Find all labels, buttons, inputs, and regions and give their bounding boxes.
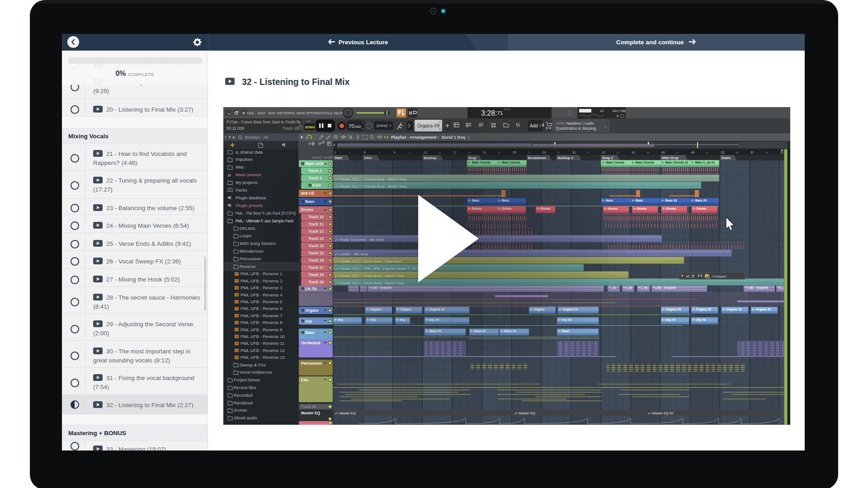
svg-text:Plugin database: Plugin database: [236, 195, 266, 200]
svg-text:37: 37: [602, 151, 605, 154]
svg-text:TOOLS: TOOLS: [321, 111, 332, 115]
svg-text:» LND - Acapella: » LND - Acapella: [653, 286, 676, 290]
svg-text:⤺ Master EQ #2: ⤺ Master EQ #2: [648, 411, 673, 415]
svg-text:PML UFB - Reverse 12: PML UFB - Reverse 12: [241, 348, 285, 353]
svg-text:VIEW: VIEW: [296, 111, 305, 115]
svg-text:PAT: PAT: [307, 120, 311, 123]
svg-text:Track 80: Track 80: [301, 404, 316, 409]
svg-text:Packs: Packs: [236, 188, 247, 192]
svg-text:Sliced audio: Sliced audio: [234, 415, 257, 420]
svg-text:FILE: FILE: [247, 111, 254, 115]
svg-text:Browser - All: Browser - All: [245, 135, 268, 140]
svg-text:⊢ Main Chords #2: ⊢ Main Chords #2: [662, 161, 689, 164]
svg-text:51: 51: [706, 151, 709, 154]
svg-text:⊢ Arp #3: ⊢ Arp #3: [693, 318, 706, 322]
svg-text:FXs: FXs: [301, 378, 308, 382]
svg-text:41: 41: [632, 151, 635, 154]
svg-text:10/09 Newtime | Audio: 10/09 Newtime | Audio: [556, 121, 594, 126]
svg-text:⊢ Main Chords: ⊢ Main Chords: [632, 161, 654, 164]
svg-text:Recorded: Recorded: [234, 393, 252, 398]
svg-text:Outro: Outro: [721, 156, 731, 160]
svg-text:·: ·: [739, 274, 740, 278]
svg-text:Project bones: Project bones: [234, 377, 260, 382]
svg-text:57: 57: [750, 151, 754, 154]
svg-text:Scores: Scores: [234, 408, 247, 413]
svg-text:59: 59: [765, 151, 768, 154]
svg-text:» LND - Acapella: » LND - Acapella: [745, 286, 768, 290]
svg-text:Reverse: Reverse: [240, 264, 255, 269]
svg-text:⊢ Organs #9: ⊢ Organs #9: [723, 308, 741, 311]
svg-text:PML UFB - Reverse 10: PML UFB - Reverse 10: [241, 334, 285, 339]
svg-text:My projects: My projects: [236, 180, 258, 185]
svg-text:PML UFB - Reverse 7: PML UFB - Reverse 7: [241, 313, 283, 318]
svg-text:42: 42: [600, 109, 604, 113]
svg-text:Orchestral: Orchestral: [301, 341, 321, 345]
svg-text:⊢ Bass #3: ⊢ Bass #3: [662, 199, 677, 202]
svg-text:OPTIONS: OPTIONS: [306, 111, 321, 115]
svg-text:PML UFB - Reverse 11: PML UFB - Reverse 11: [241, 341, 284, 346]
svg-text:Loops: Loops: [240, 233, 251, 238]
svg-text:⊢ Organs #5: ⊢ Organs #5: [693, 308, 711, 311]
svg-text:⤺ Master EQ: ⤺ Master EQ: [335, 411, 356, 415]
svg-text:⊢ Bass #3: ⊢ Bass #3: [692, 199, 707, 202]
svg-text:PML UFB - Reverse 5: PML UFB - Reverse 5: [241, 299, 283, 304]
svg-text:Impulses: Impulses: [236, 157, 253, 162]
svg-text:Sweep & FXs: Sweep & FXs: [240, 362, 266, 367]
svg-text:55: 55: [736, 151, 738, 154]
svg-text:PATTERNS: PATTERNS: [277, 111, 295, 115]
svg-text:ADD: ADD: [268, 111, 275, 115]
svg-text:39: 39: [617, 151, 619, 154]
svg-text:⊢ Arp #3: ⊢ Arp #3: [662, 318, 675, 322]
svg-text:DRUMS: DRUMS: [240, 226, 255, 231]
svg-text:After Drop: After Drop: [662, 156, 679, 160]
svg-text:Misc: Misc: [236, 164, 245, 169]
svg-text:47: 47: [676, 151, 679, 154]
svg-text:PML UFB - Reverse 6: PML UFB - Reverse 6: [241, 306, 283, 311]
svg-text:⤺ Master EQ: ⤺ Master EQ: [514, 411, 535, 415]
svg-text:Compact: Compact: [712, 274, 727, 278]
svg-text:HELP: HELP: [334, 111, 343, 115]
svg-text:3417 MB: 3417 MB: [612, 109, 626, 113]
svg-text:⊢ Organs #5: ⊢ Organs #5: [662, 308, 681, 311]
svg-text:⊢ Organs #9: ⊢ Organs #9: [752, 308, 771, 311]
svg-text:Recent files: Recent files: [234, 385, 256, 390]
svg-text:IL shared data: IL shared data: [236, 150, 263, 155]
svg-text:Vocal Ambiences: Vocal Ambiences: [240, 370, 273, 375]
svg-text:PML UFB - Reverse 13: PML UFB - Reverse 13: [241, 355, 285, 360]
svg-text:PML UFB - Reverse 9: PML UFB - Reverse 9: [241, 327, 283, 332]
svg-text:FLTips - Future Bass from Star: FLTips - Future Bass from Start to Finis…: [226, 120, 301, 124]
svg-text:43: 43: [646, 151, 649, 154]
svg-text:EDIT: EDIT: [258, 111, 266, 115]
svg-text:Master EQ: Master EQ: [301, 411, 320, 415]
svg-text:⊢ Main C..ds #2: ⊢ Main C..ds #2: [692, 161, 715, 164]
svg-text:53:11:035: 53:11:035: [226, 126, 244, 131]
svg-text:·: ·: [270, 135, 271, 140]
svg-text:53: 53: [721, 151, 724, 154]
svg-text:Plugin presets: Plugin presets: [236, 203, 263, 208]
svg-text:⊢ Drums: ⊢ Drums: [663, 207, 676, 210]
svg-text:45: 45: [661, 151, 665, 154]
svg-text:8: 8: [617, 114, 618, 118]
svg-text:⊢ Drums: ⊢ Drums: [693, 207, 707, 210]
svg-text:49: 49: [691, 151, 695, 154]
svg-text:Percussion: Percussion: [301, 361, 322, 366]
svg-text:Rendered: Rendered: [234, 400, 253, 405]
svg-text:SONG: SONG: [305, 125, 315, 129]
svg-text:Track 10: Track 10: [283, 126, 298, 131]
svg-text:Mixer presets: Mixer presets: [236, 172, 261, 177]
svg-text:» L..lla: » L..lla: [638, 286, 648, 289]
svg-text:PML UFB - Reverse 8: PML UFB - Reverse 8: [241, 320, 283, 325]
